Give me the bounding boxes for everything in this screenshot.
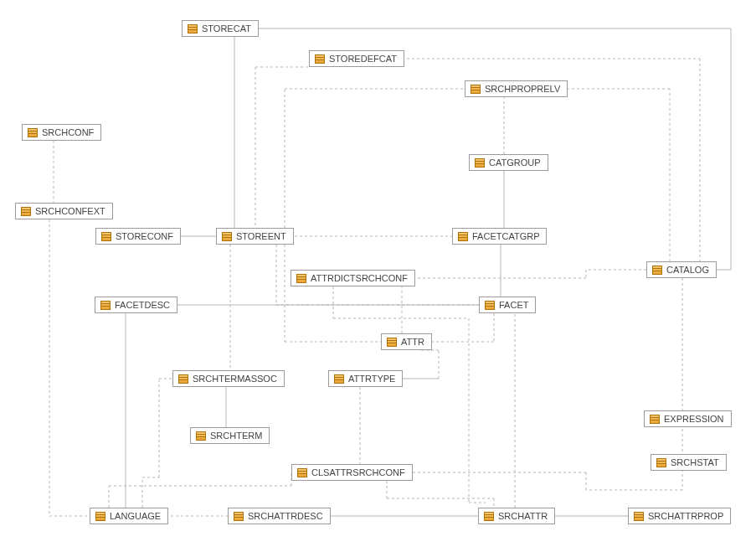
entity-clsattrsrchconf[interactable]: CLSATTRSRCHCONF bbox=[291, 464, 413, 481]
entity-label: SRCHTERMASSOC bbox=[193, 374, 277, 384]
entity-label: SRCHATTRDESC bbox=[248, 511, 323, 521]
entity-srchconf[interactable]: SRCHCONF bbox=[22, 124, 101, 141]
table-icon bbox=[652, 266, 662, 275]
er-diagram-canvas: STORECATSTOREDEFCATSRCHPROPRELVSRCHCONFC… bbox=[0, 0, 756, 552]
table-icon bbox=[471, 85, 481, 94]
table-icon bbox=[188, 24, 198, 34]
entity-label: SRCHTERM bbox=[210, 431, 262, 441]
entity-label: ATTRDICTSRCHCONF bbox=[311, 273, 408, 283]
entity-label: SRCHATTRPROP bbox=[648, 511, 723, 521]
entity-label: STOREDEFCAT bbox=[329, 54, 397, 64]
entity-srchstat[interactable]: SRCHSTAT bbox=[651, 454, 727, 471]
entity-label: STORECAT bbox=[202, 23, 251, 34]
entity-srchterm[interactable]: SRCHTERM bbox=[190, 427, 270, 444]
entity-attr[interactable]: ATTR bbox=[381, 333, 432, 350]
entity-srchattrdesc[interactable]: SRCHATTRDESC bbox=[228, 508, 331, 524]
entity-catgroup[interactable]: CATGROUP bbox=[469, 154, 548, 171]
table-icon bbox=[21, 207, 31, 216]
table-icon bbox=[484, 512, 494, 521]
table-icon bbox=[178, 374, 188, 384]
entity-label: LANGUAGE bbox=[110, 511, 161, 521]
entity-attrdictsrchconf[interactable]: ATTRDICTSRCHCONF bbox=[291, 270, 415, 286]
entity-label: EXPRESSION bbox=[664, 414, 724, 424]
entity-storeconf[interactable]: STORECONF bbox=[95, 228, 181, 245]
table-icon bbox=[196, 431, 206, 441]
entity-label: SRCHCONFEXT bbox=[35, 206, 105, 216]
entity-label: FACETDESC bbox=[115, 300, 170, 310]
entity-label: ATTR bbox=[401, 337, 424, 347]
entity-storedefcat[interactable]: STOREDEFCAT bbox=[309, 50, 404, 67]
entity-srchconfext[interactable]: SRCHCONFEXT bbox=[15, 203, 113, 219]
table-icon bbox=[28, 128, 38, 137]
entity-label: SRCHATTR bbox=[498, 511, 548, 521]
entity-label: CATGROUP bbox=[489, 157, 541, 168]
entity-label: FACET bbox=[499, 300, 528, 310]
table-icon bbox=[297, 468, 307, 477]
table-icon bbox=[458, 232, 468, 241]
entity-label: SRCHPROPRELV bbox=[485, 84, 560, 94]
table-icon bbox=[650, 415, 660, 424]
table-icon bbox=[485, 301, 495, 310]
entity-label: SRCHSTAT bbox=[671, 457, 719, 467]
table-icon bbox=[95, 512, 105, 521]
entity-language[interactable]: LANGUAGE bbox=[90, 508, 168, 524]
entity-attrtype[interactable]: ATTRTYPE bbox=[328, 370, 403, 387]
entity-label: FACETCATGRP bbox=[472, 231, 539, 241]
entity-label: CATALOG bbox=[666, 265, 709, 275]
table-icon bbox=[234, 512, 244, 521]
entity-label: ATTRTYPE bbox=[348, 374, 395, 384]
entity-expression[interactable]: EXPRESSION bbox=[644, 410, 732, 427]
entity-catalog[interactable]: CATALOG bbox=[646, 261, 717, 278]
entity-facetdesc[interactable]: FACETDESC bbox=[95, 297, 177, 313]
table-icon bbox=[100, 301, 111, 310]
table-icon bbox=[101, 232, 111, 241]
entity-label: STOREENT bbox=[236, 231, 286, 241]
table-icon bbox=[475, 158, 485, 168]
entity-label: CLSATTRSRCHCONF bbox=[311, 467, 405, 477]
entity-srchtermassoc[interactable]: SRCHTERMASSOC bbox=[172, 370, 285, 387]
table-icon bbox=[334, 374, 344, 384]
entity-srchproprelv[interactable]: SRCHPROPRELV bbox=[465, 80, 568, 97]
table-icon bbox=[387, 338, 397, 347]
table-icon bbox=[634, 512, 644, 521]
table-icon bbox=[222, 232, 232, 241]
entity-srchattrprop[interactable]: SRCHATTRPROP bbox=[628, 508, 731, 524]
entity-label: STORECONF bbox=[116, 231, 173, 241]
entity-srchattr[interactable]: SRCHATTR bbox=[478, 508, 555, 524]
entity-facet[interactable]: FACET bbox=[479, 297, 536, 313]
entity-storecat[interactable]: STORECAT bbox=[182, 20, 259, 37]
table-icon bbox=[656, 458, 666, 467]
entity-storeent[interactable]: STOREENT bbox=[216, 228, 294, 245]
table-icon bbox=[315, 54, 325, 64]
table-icon bbox=[296, 274, 306, 283]
entity-facetcatgrp[interactable]: FACETCATGRP bbox=[452, 228, 547, 245]
entity-label: SRCHCONF bbox=[42, 127, 94, 137]
